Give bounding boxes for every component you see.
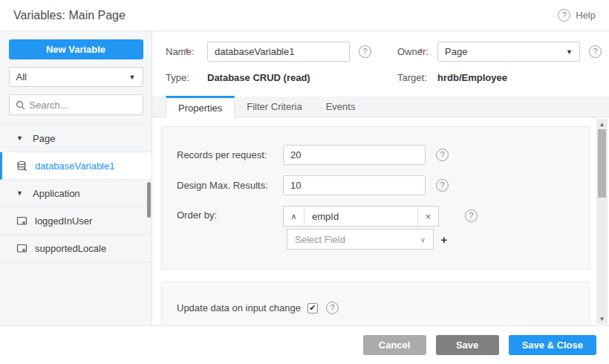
collapse-arrow-icon: ▼	[16, 134, 24, 142]
update-on-input-change-checkbox[interactable]: ✔	[307, 303, 318, 313]
design-max-results-input[interactable]	[283, 175, 426, 195]
tree-item-label: loggedInUser	[35, 215, 92, 227]
help-link[interactable]: ? Help	[558, 9, 596, 22]
owner-value: Page	[445, 46, 467, 57]
plus-icon: +	[441, 233, 448, 246]
behavior-panel: Update data on input change ✔ ? Request …	[161, 282, 590, 325]
variables-dialog: Variables: Main Page ? Help New Variable…	[0, 0, 609, 364]
variables-tree: ▼ Page databaseVariable1 ▼ Application	[0, 124, 152, 262]
chevron-down-icon: ▼	[129, 74, 136, 81]
close-icon: ×	[426, 211, 431, 222]
help-label: Help	[576, 10, 596, 21]
remove-field-button[interactable]: ×	[417, 207, 438, 226]
variable-filter-select[interactable]: All ▼	[9, 67, 143, 87]
type-value: Database CRUD (read)	[207, 72, 310, 83]
tree-item-label: supportedLocale	[35, 243, 106, 254]
name-hint-icon[interactable]: ?	[359, 45, 371, 58]
order-by-widget: ∧ empId × Select Field ∨ +	[283, 206, 455, 250]
dialog-footer: Cancel Save Save & Close	[0, 325, 609, 364]
dialog-header: Variables: Main Page ? Help	[0, 0, 609, 31]
tree-item-logged-in-user[interactable]: loggedInUser	[0, 207, 152, 235]
scrollbar-thumb[interactable]	[598, 129, 606, 198]
save-button[interactable]: Save	[436, 335, 499, 355]
scroll-down-icon[interactable]: ▼	[596, 313, 608, 324]
update-on-input-change-hint-icon[interactable]: ?	[326, 302, 339, 314]
detail-tabbar: Properties Filter Criteria Events	[152, 97, 609, 117]
name-label: Name: *	[166, 46, 207, 57]
variables-sidebar: New Variable All ▼ ▼ Page	[0, 31, 152, 325]
tab-filter-criteria[interactable]: Filter Criteria	[235, 96, 313, 117]
target-label: Target:	[397, 72, 437, 83]
search-icon	[16, 100, 25, 110]
check-icon: ✔	[309, 304, 316, 312]
scroll-up-icon[interactable]: ▲	[596, 119, 608, 129]
static-variable-icon	[16, 243, 27, 254]
sort-up-icon: ∧	[290, 212, 296, 221]
new-variable-button[interactable]: New Variable	[9, 39, 143, 59]
tab-properties[interactable]: Properties	[166, 96, 235, 117]
properties-scroll-area: Records per request: ? Design Max. Resul…	[152, 117, 609, 325]
vertical-scrollbar[interactable]: ▲ ▼	[596, 119, 608, 324]
scrollbar-track[interactable]	[596, 129, 608, 313]
tree-group-application[interactable]: ▼ Application	[0, 180, 152, 207]
tree-item-supported-locale[interactable]: supportedLocale	[0, 235, 152, 262]
add-field-button[interactable]: +	[434, 229, 455, 250]
tree-item-label: databaseVariable1	[35, 160, 114, 172]
order-by-hint-icon[interactable]: ?	[465, 209, 478, 222]
tree-item-database-variable[interactable]: databaseVariable1	[0, 152, 152, 180]
order-by-field-value[interactable]: empId	[304, 207, 417, 226]
design-max-results-label: Design Max. Results:	[177, 180, 283, 191]
tab-events[interactable]: Events	[314, 96, 368, 117]
owner-label: Owner: *	[397, 46, 437, 57]
chevron-down-icon: ▼	[566, 48, 573, 56]
order-by-label: Order by:	[177, 209, 283, 221]
required-marker: *	[185, 46, 189, 57]
select-field-dropdown[interactable]: Select Field ∨	[287, 229, 434, 250]
dialog-body: New Variable All ▼ ▼ Page	[0, 31, 609, 325]
type-label: Type:	[166, 72, 207, 83]
cancel-button[interactable]: Cancel	[363, 335, 426, 355]
sort-direction-button[interactable]: ∧	[284, 207, 304, 226]
owner-select[interactable]: Page ▼	[437, 42, 580, 62]
records-per-request-label: Records per request:	[177, 149, 283, 160]
sidebar-scrollbar-thumb[interactable]	[147, 182, 151, 218]
chevron-down-icon: ∨	[420, 235, 426, 244]
variable-detail-pane: Name: * ? Owner: * Page ▼ ?	[152, 31, 609, 325]
static-variable-icon	[16, 215, 27, 227]
tree-group-page[interactable]: ▼ Page	[0, 125, 152, 152]
name-input[interactable]	[207, 42, 350, 62]
design-max-results-hint-icon[interactable]: ?	[436, 179, 449, 192]
help-icon: ?	[558, 9, 570, 22]
records-per-request-input[interactable]	[283, 145, 426, 165]
tree-group-label: Application	[33, 188, 80, 199]
owner-hint-icon[interactable]: ?	[589, 45, 602, 58]
target-value: hrdb/Employee	[437, 72, 507, 83]
required-marker: *	[420, 46, 423, 57]
variable-summary-form: Name: * ? Owner: * Page ▼ ?	[152, 31, 609, 97]
update-on-input-change-label: Update data on input change	[177, 302, 301, 313]
tree-group-label: Page	[33, 133, 55, 144]
search-input[interactable]	[30, 100, 137, 111]
save-and-close-button[interactable]: Save & Close	[509, 335, 596, 355]
collapse-arrow-icon: ▼	[16, 189, 24, 197]
records-per-request-hint-icon[interactable]: ?	[436, 149, 449, 161]
page-title: Variables: Main Page	[13, 9, 126, 22]
select-field-placeholder: Select Field	[295, 234, 345, 245]
variable-filter-value: All	[16, 71, 27, 82]
database-variable-icon	[16, 160, 27, 172]
search-box[interactable]	[9, 94, 143, 115]
data-panel: Records per request: ? Design Max. Resul…	[161, 126, 590, 270]
